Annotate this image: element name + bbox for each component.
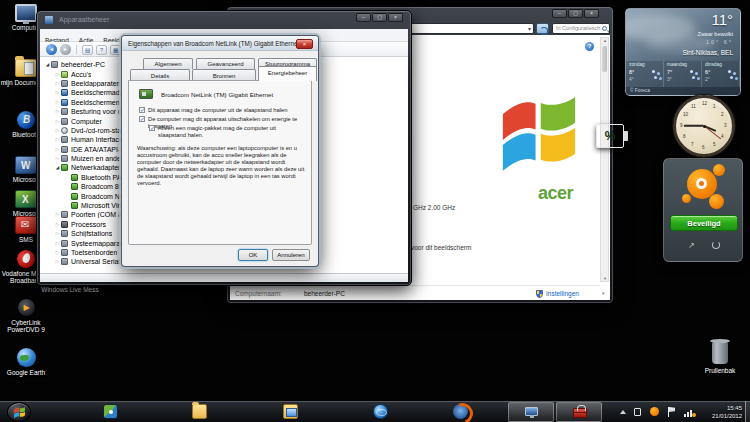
- system-icon: [61, 240, 68, 247]
- avast-status-button[interactable]: Beveiligd: [670, 215, 738, 231]
- clock-numeral: 2: [721, 112, 724, 117]
- battery-gadget[interactable]: %: [596, 124, 624, 148]
- tray-app-icon[interactable]: [634, 408, 641, 416]
- expander-icon[interactable]: ▷: [54, 119, 61, 124]
- media-app-icon[interactable]: [103, 404, 118, 419]
- close-button[interactable]: ×: [388, 13, 403, 22]
- forecast-high: 6°: [705, 69, 739, 75]
- expander-icon[interactable]: ▷: [54, 156, 61, 161]
- search-icon: [602, 26, 607, 31]
- expander-icon[interactable]: ▷: [54, 241, 61, 246]
- show-hidden-icons-arrow[interactable]: [620, 410, 626, 414]
- expander-icon[interactable]: ▷: [54, 259, 61, 264]
- tray-clock[interactable]: 15:45 21/01/2012: [712, 404, 742, 420]
- footer-scroll-icon[interactable]: ▼: [601, 291, 605, 296]
- minimize-button[interactable]: –: [552, 9, 567, 18]
- scrollbar-thumb[interactable]: [602, 46, 607, 72]
- firefox-icon[interactable]: [453, 404, 468, 419]
- taskbar-button-system-window[interactable]: [508, 402, 554, 422]
- expander-icon[interactable]: ▷: [54, 137, 61, 142]
- ports-icon: [61, 211, 68, 218]
- avast-tray-icon[interactable]: [650, 407, 659, 416]
- expander-icon[interactable]: ◢: [54, 165, 61, 170]
- expander-icon[interactable]: ▷: [54, 72, 61, 77]
- tab-panel: Broadcom NetLink (TM) Gigabit Ethernet ✓…: [128, 80, 312, 245]
- computer-name-value: beheerder-PC: [304, 290, 345, 297]
- clock-numeral: 9: [680, 123, 683, 128]
- expander-icon[interactable]: ▷: [54, 90, 61, 95]
- vodafone-icon: [17, 250, 35, 268]
- scrollbar[interactable]: ▲ ▼: [600, 37, 609, 282]
- internet-globe-icon[interactable]: [373, 404, 388, 419]
- explorer-folder-icon[interactable]: [192, 404, 207, 419]
- show-desktop-button[interactable]: [745, 401, 750, 422]
- checkbox-row[interactable]: ✓Dit apparaat mag de computer uit de sla…: [139, 107, 303, 114]
- window-title: Apparaatbeheer: [59, 16, 109, 23]
- checkbox-row[interactable]: ✓Alleen een magic-pakket mag de computer…: [149, 125, 293, 138]
- expander-icon[interactable]: ▷: [54, 100, 61, 105]
- expander-icon[interactable]: ▷: [54, 250, 61, 255]
- checkbox-icon[interactable]: ✓: [139, 107, 145, 113]
- external-link-icon[interactable]: ↗: [688, 241, 695, 250]
- weather-gadget[interactable]: 11° Zwaar bewolkt 10° 6° Sint-Niklaas, B…: [625, 8, 741, 96]
- expander-icon[interactable]: ▷: [54, 128, 61, 133]
- ide-icon: [61, 146, 68, 153]
- monitor-tool-icon[interactable]: ▦: [110, 45, 121, 55]
- processor-info-fragment: GHz 2.00 GHz: [413, 204, 455, 211]
- search-input[interactable]: In Configuratiesch...: [552, 23, 610, 34]
- clock-numeral: 10: [683, 112, 688, 117]
- forward-icon[interactable]: ►: [60, 44, 71, 55]
- expander-icon[interactable]: ▷: [54, 109, 61, 114]
- help-book-icon[interactable]: ?: [96, 45, 107, 55]
- taskbar: 15:45 21/01/2012: [0, 400, 750, 422]
- clock-center: [703, 125, 706, 128]
- clock-numeral: 12: [702, 101, 707, 106]
- checkbox-icon[interactable]: ✓: [149, 125, 155, 131]
- tab-geavanceerd[interactable]: Geavanceerd: [196, 58, 255, 69]
- ok-button[interactable]: OK: [238, 249, 268, 261]
- nic-icon: [71, 183, 78, 190]
- device-manager-icon: [45, 16, 53, 24]
- maximize-button[interactable]: ▢: [568, 9, 583, 18]
- settings-link[interactable]: Instellingen: [546, 290, 579, 297]
- close-button[interactable]: ×: [584, 9, 599, 18]
- cancel-button[interactable]: Annuleren: [272, 249, 310, 261]
- checkbox-icon[interactable]: ✓: [139, 116, 145, 122]
- desktop-icon[interactable]: CyberLink PowerDVD 9: [0, 298, 52, 333]
- tab-energiebeheer[interactable]: Energiebeheer: [258, 66, 317, 81]
- forecast-low: 3°: [667, 76, 701, 82]
- expander-icon[interactable]: ◢: [44, 62, 51, 67]
- expander-icon[interactable]: ▷: [54, 81, 61, 86]
- forecast-day-name: zondag: [629, 62, 663, 67]
- monitor-icon: [61, 99, 68, 106]
- snow-icon: [652, 70, 655, 73]
- desktop-icon[interactable]: Google Earth: [0, 348, 52, 376]
- start-button[interactable]: [7, 402, 31, 422]
- document-icon[interactable]: ▤: [82, 45, 93, 55]
- tab-algemeen[interactable]: Algemeen: [143, 58, 193, 69]
- expander-icon[interactable]: ▷: [54, 222, 61, 227]
- maximize-button[interactable]: ▢: [372, 13, 387, 22]
- tree-item-label: Schijfstations: [71, 230, 112, 237]
- close-icon[interactable]: ×: [296, 39, 313, 49]
- back-icon[interactable]: ◄: [46, 44, 57, 55]
- action-center-icon[interactable]: [668, 407, 669, 417]
- checkbox-label: Alleen een magic-pakket mag de computer …: [158, 125, 293, 138]
- clock-gadget[interactable]: 121234567891011: [673, 95, 735, 157]
- refresh-icon[interactable]: [536, 23, 549, 34]
- expander-icon[interactable]: ▷: [54, 147, 61, 152]
- acer-logo: acer: [538, 183, 573, 204]
- avast-gadget[interactable]: Beveiligd ↗: [663, 158, 743, 262]
- network-tray-icon[interactable]: [684, 409, 696, 417]
- clock-numeral: 6: [702, 145, 705, 150]
- minimize-button[interactable]: –: [356, 13, 371, 22]
- taskbar-button-toolbox-app[interactable]: [556, 402, 602, 422]
- expander-icon[interactable]: ▷: [54, 212, 61, 217]
- network-adapter-icon: [139, 89, 153, 99]
- refresh-icon[interactable]: [712, 241, 720, 249]
- help-icon[interactable]: ?: [585, 42, 594, 51]
- expander-icon[interactable]: ▷: [54, 231, 61, 236]
- pictures-folder-icon[interactable]: [283, 404, 298, 419]
- recycle-bin[interactable]: Prullenbak: [690, 342, 750, 374]
- tree-item-label: Systeemapparaten: [71, 240, 130, 247]
